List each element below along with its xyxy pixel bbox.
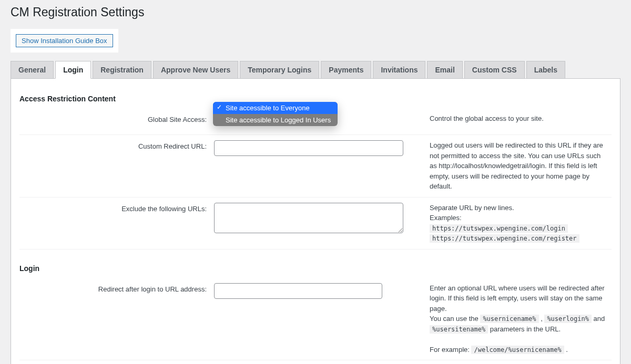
code: /welcome/%usernicename%	[471, 346, 564, 354]
exclude-urls-textarea[interactable]	[214, 203, 403, 233]
label-redirect-after-login: Redirect after login to URL address:	[19, 278, 214, 360]
text: and	[592, 315, 605, 323]
text: For example:	[430, 346, 471, 353]
label-remember-me: Enable the "Remember me" option:	[19, 360, 214, 365]
custom-redirect-url-input[interactable]	[214, 140, 403, 156]
desc-redirect-after-login: Enter an optional URL where users will b…	[414, 278, 612, 360]
row-custom-redirect-url: Custom Redirect URL: Logged out users wi…	[19, 135, 612, 197]
text: Enter an optional URL where users will b…	[430, 284, 605, 313]
row-remember-me: Enable the "Remember me" option: Yes No	[19, 360, 612, 365]
row-exclude-urls: Exclude the following URLs: Separate URL…	[19, 197, 612, 249]
text: .	[564, 346, 568, 353]
text: You can use the	[430, 315, 480, 323]
section-login: Login	[19, 264, 612, 273]
label-custom-redirect-url: Custom Redirect URL:	[19, 135, 214, 197]
tab-custom-css[interactable]: Custom CSS	[464, 61, 525, 79]
tab-email[interactable]: Email	[427, 61, 462, 79]
tab-payments[interactable]: Payments	[321, 61, 371, 79]
page-title: CM Registration Settings	[11, 5, 620, 19]
label-global-site-access: Global Site Access:	[19, 108, 214, 135]
global-access-option-loggedin[interactable]: Site accessible to Logged In Users	[213, 114, 338, 126]
tab-temporary-logins[interactable]: Temporary Logins	[240, 61, 319, 79]
show-installation-guide-button[interactable]: Show Installation Guide Box	[16, 34, 113, 47]
desc-exclude-urls: Separate URL by new lines. Examples: htt…	[414, 197, 612, 249]
settings-panel: Access Restriction Content Global Site A…	[11, 78, 620, 364]
tabs-nav: General Login Registration Approve New U…	[11, 61, 620, 79]
row-redirect-after-login: Redirect after login to URL address: Ent…	[19, 278, 612, 360]
code: %usersitename%	[430, 325, 488, 334]
label-exclude-urls: Exclude the following URLs:	[19, 197, 214, 249]
desc-global-site-access: Control the global access to your site.	[414, 108, 612, 135]
text: Separate URL by new lines.	[430, 204, 514, 212]
tab-login[interactable]: Login	[55, 61, 91, 79]
code-example: https://tutswpex.wpengine.com/login	[430, 224, 568, 233]
tab-labels[interactable]: Labels	[526, 61, 565, 79]
global-site-access-dropdown[interactable]: Site accessible to Everyone Site accessi…	[213, 102, 338, 126]
text: ,	[539, 315, 545, 323]
code: %usernicename%	[480, 315, 538, 323]
guide-box: Show Installation Guide Box	[11, 29, 118, 53]
tab-invitations[interactable]: Invitations	[373, 61, 425, 79]
text: Examples:	[430, 214, 462, 222]
code-example: https://tutswpex.wpengine.com/register	[430, 234, 579, 243]
tab-registration[interactable]: Registration	[93, 61, 151, 79]
text: parameters in the URL.	[488, 325, 561, 333]
desc-custom-redirect-url: Logged out users will be redirected to t…	[414, 135, 612, 197]
tab-general[interactable]: General	[11, 61, 54, 79]
redirect-after-login-input[interactable]	[214, 283, 382, 299]
code: %userlogin%	[544, 315, 591, 323]
global-access-option-everyone[interactable]: Site accessible to Everyone	[213, 102, 338, 114]
tab-approve-new-users[interactable]: Approve New Users	[153, 61, 238, 79]
